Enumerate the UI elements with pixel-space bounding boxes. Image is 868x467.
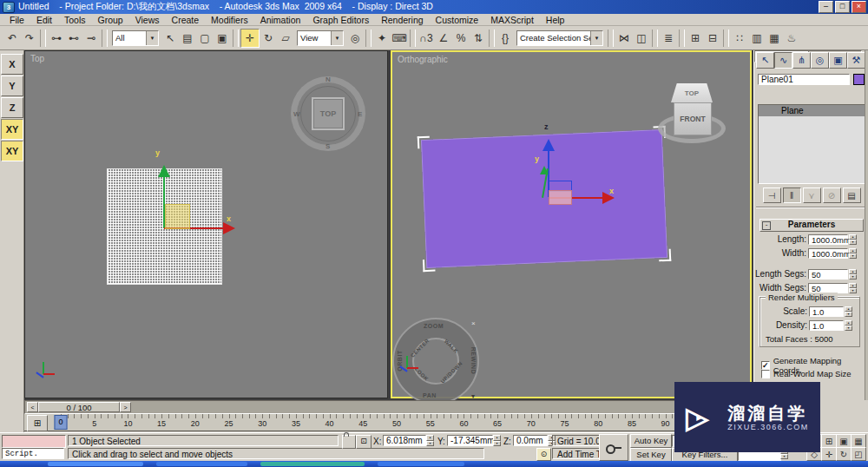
chevron-down-icon[interactable]: ▼ — [146, 31, 158, 45]
time-slider-track[interactable]: < 0 / 100 > — [24, 400, 752, 414]
axis-plane-flyout-button[interactable]: XY — [1, 141, 23, 161]
select-and-rotate-icon[interactable]: ↻ — [260, 30, 277, 47]
menu-edit[interactable]: Edit — [30, 15, 58, 25]
show-end-result-icon[interactable]: ‖ — [783, 187, 801, 203]
select-by-name-icon[interactable]: ▤ — [179, 30, 196, 47]
length-segs-field[interactable]: 50 — [808, 269, 848, 280]
layer-manager-icon[interactable]: ≣ — [660, 30, 677, 47]
curve-editor-icon[interactable]: ⊞ — [687, 30, 704, 47]
zoom-extents-all-icon[interactable]: ▦ — [851, 434, 866, 448]
x-spinner[interactable]: ▴▾ — [426, 435, 434, 446]
spinner-snap-icon[interactable]: ⇅ — [470, 30, 487, 47]
current-frame-marker[interactable]: 0 — [54, 415, 67, 430]
scale-spinner[interactable]: ▴▾ — [845, 306, 852, 317]
axis-xy-button[interactable]: XY — [1, 119, 23, 140]
close-button[interactable]: × — [852, 1, 866, 13]
menu-rendering[interactable]: Rendering — [375, 15, 429, 25]
viewport-top[interactable]: Top y x TOP N E S W — [24, 50, 388, 398]
tab-create-icon[interactable]: ↖ — [756, 52, 774, 69]
viewcube[interactable]: TOP N E S W — [291, 76, 365, 151]
auto-key-button[interactable]: Auto Key — [630, 434, 672, 448]
set-keys-button[interactable] — [599, 434, 628, 461]
width-segs-spinner[interactable]: ▴▾ — [849, 283, 857, 293]
taskbar-item[interactable] — [156, 462, 247, 466]
bind-to-space-warp-icon[interactable]: ⊸ — [82, 30, 100, 47]
track-bar[interactable]: ⊞ 05101520253035404550556065707580859095… — [24, 414, 752, 431]
configure-modifier-sets-icon[interactable]: ▤ — [843, 187, 861, 203]
z-coord-field[interactable]: 0.0mm — [513, 435, 548, 446]
window-crossing-icon[interactable]: ▣ — [214, 30, 231, 47]
selection-filter-dropdown[interactable]: All▼ — [112, 30, 159, 46]
gizmo-y-arrowhead[interactable] — [158, 159, 170, 177]
menu-tools[interactable]: Tools — [58, 15, 92, 25]
time-slider-value[interactable]: 0 / 100 — [38, 402, 120, 412]
density-field[interactable]: 1.0 — [809, 320, 844, 331]
absolute-mode-button[interactable]: ⊡ — [356, 435, 372, 449]
menu-create[interactable]: Create — [166, 15, 206, 25]
remove-modifier-icon[interactable]: ⊘ — [823, 187, 841, 203]
named-selection-dropdown[interactable]: Create Selection Set▼ — [516, 30, 603, 46]
angle-snap-icon[interactable]: ∠ — [435, 30, 452, 47]
length-segs-spinner[interactable]: ▴▾ — [849, 269, 857, 280]
width-field[interactable]: 1000.0mm — [808, 248, 848, 259]
maxscript-listener-field[interactable]: Script. — [2, 448, 64, 459]
scale-field[interactable]: 1.0 — [809, 306, 844, 317]
undo-icon[interactable]: ↶ — [3, 30, 21, 47]
taskbar-item[interactable] — [378, 462, 464, 466]
minimize-button[interactable]: – — [819, 1, 833, 13]
axis-x-button[interactable]: X — [1, 54, 23, 75]
wheel-rewind[interactable]: REWIND — [470, 347, 477, 374]
tab-motion-icon[interactable]: ◎ — [811, 52, 829, 69]
tab-hierarchy-icon[interactable]: ⋔ — [792, 52, 811, 69]
selection-lock-button[interactable] — [342, 435, 356, 449]
menu-animation[interactable]: Animation — [254, 15, 307, 25]
reference-coordinate-dropdown[interactable]: View▼ — [297, 30, 344, 46]
pan-icon[interactable]: ✛ — [821, 447, 837, 461]
mini-curve-editor-button[interactable]: ⊞ — [27, 415, 48, 431]
menu-group[interactable]: Group — [92, 15, 129, 25]
y-coord-field[interactable]: -17.345mm — [447, 435, 493, 446]
select-and-move-icon[interactable]: ✛ — [240, 29, 260, 48]
snap-toggle-3d-icon[interactable]: ∩3 — [418, 30, 435, 47]
mirror-icon[interactable]: ⋈ — [615, 30, 633, 47]
zoom-all-icon[interactable]: ⊞ — [821, 434, 837, 448]
axis-z-button[interactable]: Z — [1, 97, 23, 118]
checkbox-unchecked-icon[interactable] — [761, 370, 770, 378]
chevron-down-icon[interactable]: ▼ — [590, 31, 602, 45]
wheel-close-icon[interactable]: × — [471, 319, 476, 327]
tab-display-icon[interactable]: ▣ — [829, 52, 847, 69]
gizmo-xy-plane-handle[interactable] — [549, 190, 572, 205]
menu-file[interactable]: File — [3, 15, 30, 25]
maximize-button[interactable]: □ — [835, 1, 850, 13]
stack-item-plane[interactable]: Plane — [759, 105, 865, 116]
viewcube-top-face[interactable]: TOP — [671, 83, 713, 102]
menu-modifiers[interactable]: Modifiers — [205, 15, 254, 25]
panel-scrollbar[interactable] — [865, 50, 868, 400]
parameters-rollout-header[interactable]: - Parameters — [760, 219, 864, 232]
pin-stack-icon[interactable]: ⊣ — [763, 187, 781, 203]
tab-utilities-icon[interactable]: ⚒ — [847, 52, 865, 69]
length-field[interactable]: 1000.0mm — [808, 234, 848, 245]
percent-snap-icon[interactable]: % — [452, 30, 470, 47]
schematic-view-icon[interactable]: ⊟ — [704, 30, 721, 47]
tab-modify-icon[interactable]: ∿ — [774, 52, 792, 69]
next-frame-arrow[interactable]: > — [120, 402, 131, 412]
x-coord-field[interactable]: 6.018mm — [383, 435, 426, 446]
use-pivot-point-icon[interactable]: ◎ — [346, 30, 364, 47]
unlink-selection-icon[interactable]: ⊷ — [65, 30, 82, 47]
orbit-icon[interactable]: ↻ — [836, 447, 852, 461]
wheel-menu-icon[interactable]: ▾ — [471, 392, 475, 400]
material-editor-icon[interactable]: ∷ — [731, 30, 748, 47]
real-world-map-size-row[interactable]: Real-World Map Size — [761, 369, 852, 378]
wheel-zoom[interactable]: ZOOM — [424, 323, 444, 329]
axis-y-button[interactable]: Y — [1, 76, 23, 96]
menu-help[interactable]: Help — [540, 15, 571, 25]
time-slider-handle[interactable]: < 0 / 100 > — [27, 402, 131, 412]
viewcube-front-face[interactable]: FRONT — [674, 102, 712, 135]
menu-views[interactable]: Views — [129, 15, 166, 25]
select-object-icon[interactable]: ↖ — [161, 30, 179, 47]
gizmo-z-arrowhead[interactable] — [542, 133, 555, 151]
render-setup-icon[interactable]: ▥ — [748, 30, 766, 47]
render-production-icon[interactable]: ♨ — [783, 30, 800, 47]
make-unique-icon[interactable]: ⋎ — [803, 187, 821, 203]
